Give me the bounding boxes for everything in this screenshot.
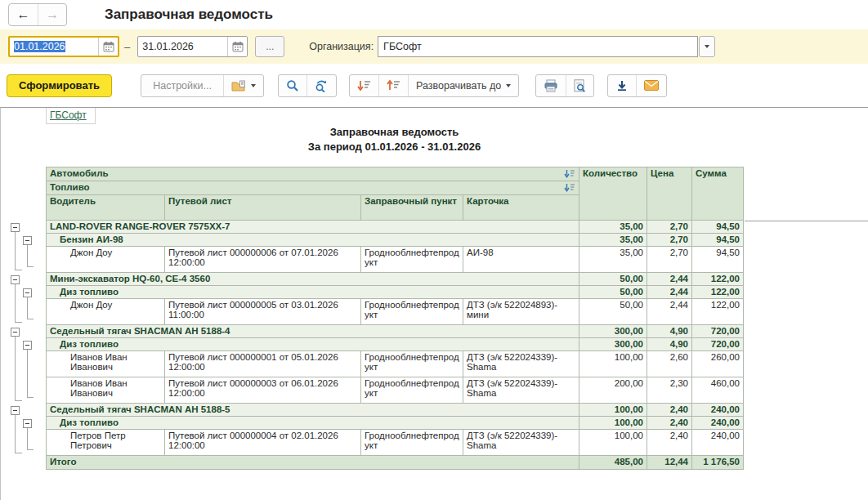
vehicle-group-row: Мини-экскаватор HQ-60, СЕ-4 356050,002,4…	[47, 273, 744, 286]
collapse-group-icon[interactable]	[23, 236, 32, 245]
group-connector-line	[15, 337, 16, 400]
price-cell: 2,44	[647, 299, 692, 325]
more-dates-button[interactable]: ...	[255, 36, 284, 57]
fuel-qty: 35,00	[579, 234, 647, 247]
report-variants-button[interactable]	[223, 75, 263, 96]
generate-button[interactable]: Сформировать	[7, 74, 112, 97]
save-icon	[615, 79, 629, 92]
report-title: Заправочная ведомость	[46, 126, 743, 138]
save-button[interactable]	[608, 75, 636, 96]
date-to-value[interactable]: 31.01.2026	[138, 41, 227, 52]
settings-button[interactable]: Настройки...	[141, 75, 223, 96]
group-connector-line	[27, 297, 28, 319]
qty-cell: 200,00	[579, 377, 647, 404]
sum-cell: 122,00	[692, 299, 744, 325]
sort-icon[interactable]	[564, 169, 575, 178]
fuel-sum: 122,00	[692, 286, 744, 299]
expand-groups-button[interactable]	[378, 75, 408, 96]
forward-icon[interactable]: →	[38, 4, 66, 25]
collapse-group-icon[interactable]	[11, 275, 20, 284]
vehicle-name[interactable]: Седельный тягач SHACMAN АН 5188-4	[47, 325, 579, 338]
report-period: За период 01.01.2026 - 31.01.2026	[46, 141, 743, 153]
vehicle-group-row: Седельный тягач SHACMAN АН 5188-4300,004…	[47, 325, 744, 338]
group-connector-line	[15, 284, 16, 322]
fuel-qty: 100,00	[579, 417, 647, 430]
back-icon[interactable]: ←	[9, 4, 38, 25]
expand-group: Разворачивать до	[349, 74, 519, 97]
collapse-group-icon[interactable]	[11, 223, 20, 232]
settings-group: Настройки...	[141, 74, 264, 97]
collapse-group-icon[interactable]	[11, 328, 20, 337]
price-cell: 2,30	[647, 377, 692, 404]
send-email-button[interactable]	[636, 75, 666, 96]
copy-variants-icon	[231, 80, 246, 92]
print-button[interactable]	[536, 75, 566, 96]
station-cell: Гроднооблнефтепродукт	[361, 247, 463, 273]
group-sum: 94,50	[692, 221, 744, 234]
group-sum: 240,00	[692, 404, 744, 417]
group-connector-line	[27, 449, 34, 450]
qty-cell: 50,00	[579, 299, 647, 325]
group-price: 2,40	[647, 404, 692, 417]
fuel-name[interactable]: Диз топливо	[47, 286, 579, 299]
header-sum-cell: Сумма	[692, 167, 744, 221]
fuel-name[interactable]: Диз топливо	[47, 417, 579, 430]
price-cell: 2,40	[647, 430, 692, 456]
fuel-sum: 720,00	[692, 338, 744, 351]
waybill-cell: Путевой лист 000000001 от 05.01.2026 12:…	[165, 351, 361, 377]
sort-icon[interactable]	[564, 183, 575, 192]
expand-to-button[interactable]: Разворачивать до	[408, 75, 518, 96]
vehicle-name[interactable]: LAND-ROVER RANGE-ROVER 7575XX-7	[47, 221, 579, 234]
group-sum: 122,00	[692, 273, 744, 286]
sum-cell: 240,00	[692, 430, 744, 456]
search-next-button[interactable]	[306, 75, 336, 96]
collapse-group-icon[interactable]	[23, 341, 32, 350]
date-from-field[interactable]: 01.01.2026	[8, 36, 119, 57]
collapse-groups-icon	[357, 79, 371, 92]
group-connector-line	[15, 400, 22, 401]
collapse-groups-button[interactable]	[350, 75, 378, 96]
chevron-down-icon	[506, 84, 511, 87]
table-row: Петров Петр ПетровичПутевой лист 0000000…	[47, 430, 744, 456]
station-cell: Гроднооблнефтепродукт	[361, 377, 463, 404]
vehicle-name[interactable]: Мини-экскаватор HQ-60, СЕ-4 3560	[47, 273, 579, 286]
report-table: Автомобиль Количество Цена Сумма Топливо	[46, 167, 744, 470]
expand-groups-icon	[387, 79, 400, 92]
search-button[interactable]	[279, 75, 306, 96]
chevron-down-icon	[251, 84, 256, 87]
fuel-name[interactable]: Бензин АИ-98	[47, 234, 579, 247]
waybill-cell: Путевой лист 000000003 от 06.01.2026 12:…	[165, 377, 361, 404]
fuel-name[interactable]: Диз топливо	[47, 338, 579, 351]
filter-bar: 01.01.2026 – 31.01.2026 ... Организация:…	[0, 29, 868, 64]
print-preview-button[interactable]	[566, 75, 593, 96]
collapse-group-icon[interactable]	[23, 419, 32, 428]
organization-field[interactable]: ГБСофт	[378, 36, 698, 57]
header-row-vehicle: Автомобиль Количество Цена Сумма	[47, 167, 744, 181]
group-connector-line	[27, 397, 34, 398]
collapse-group-icon[interactable]	[11, 406, 20, 415]
search-next-icon	[315, 79, 329, 92]
waybill-cell: Путевой лист 000000004 от 02.01.2026 12:…	[165, 430, 361, 456]
driver-cell: Петров Петр Петрович	[47, 430, 165, 456]
org-link[interactable]: ГБСофт	[50, 109, 87, 121]
fuel-qty: 50,00	[579, 286, 647, 299]
fuel-price: 2,40	[647, 417, 692, 430]
qty-cell: 35,00	[579, 247, 647, 273]
total-price: 12,44	[647, 456, 692, 470]
search-group	[278, 74, 337, 97]
calendar-icon[interactable]	[227, 37, 247, 56]
organization-dropdown-button[interactable]	[699, 36, 715, 57]
group-connector-line	[15, 322, 22, 323]
collapse-group-icon[interactable]	[23, 288, 32, 297]
fuel-sum: 94,50	[692, 234, 744, 247]
group-qty: 100,00	[579, 404, 647, 417]
print-preview-icon	[574, 79, 586, 92]
date-to-field[interactable]: 31.01.2026	[137, 36, 248, 57]
fuel-group-row: Диз топливо300,004,90720,00	[47, 338, 744, 351]
station-cell: Гроднооблнефтепродукт	[361, 351, 463, 377]
calendar-icon[interactable]	[98, 38, 118, 56]
header-bar: ← → Заправочная ведомость	[0, 0, 868, 29]
date-from-value[interactable]: 01.01.2026	[10, 41, 98, 52]
waybill-cell: Путевой лист 000000006 от 07.01.2026 12:…	[165, 247, 361, 273]
vehicle-name[interactable]: Седельный тягач SHACMAN АН 5188-5	[47, 404, 579, 417]
